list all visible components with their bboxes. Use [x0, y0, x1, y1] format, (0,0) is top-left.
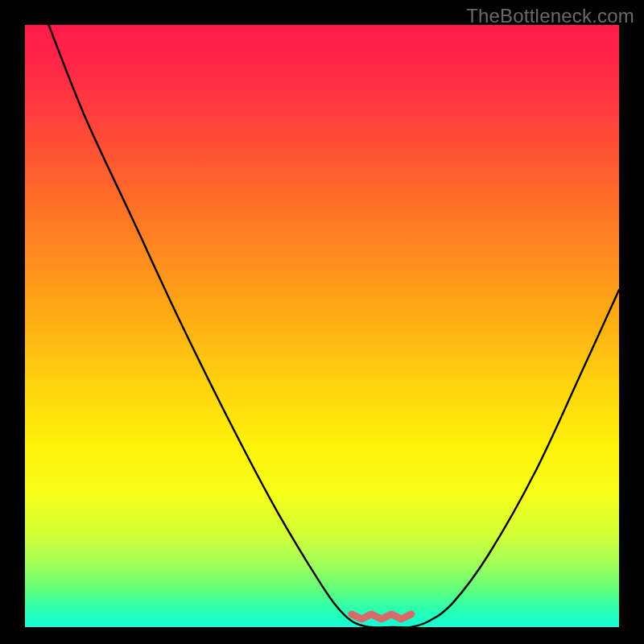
bottleneck-curve-line [49, 25, 619, 627]
chart-frame: TheBottleneck.com [0, 0, 644, 644]
curve-svg [25, 25, 619, 627]
plot-area [25, 25, 619, 627]
watermark-text: TheBottleneck.com [466, 5, 634, 27]
bottom-marker [352, 614, 411, 619]
